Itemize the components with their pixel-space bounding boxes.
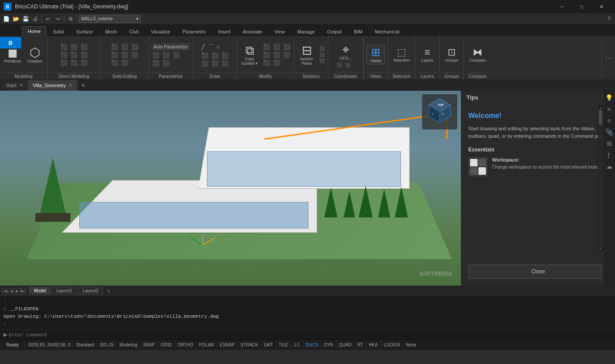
- layout-nav-last[interactable]: ▶|: [20, 288, 26, 294]
- layout-tab-layout2[interactable]: Layout2: [78, 287, 104, 294]
- modify-panel-label[interactable]: Modify: [239, 73, 292, 80]
- doc-tab-start-close[interactable]: ✕: [19, 82, 23, 88]
- cloud-icon[interactable]: ☁: [604, 161, 615, 172]
- draw-btn-9[interactable]: ⬛: [220, 60, 230, 67]
- status-esnap[interactable]: ESNAP: [217, 340, 237, 350]
- tab-parametric[interactable]: Parametric: [177, 27, 211, 36]
- layout-nav-prev[interactable]: ◀: [8, 288, 14, 294]
- redo-icon[interactable]: ↪: [53, 15, 62, 23]
- layout-nav-first[interactable]: |◀: [2, 288, 8, 294]
- draw-btn-1[interactable]: ╱: [200, 43, 206, 51]
- tips-scrollbar[interactable]: ▲ ▼: [598, 105, 603, 250]
- tab-bim[interactable]: BIM: [348, 27, 368, 36]
- status-ducs[interactable]: DUCS: [303, 340, 321, 350]
- status-iso25[interactable]: ISO-25: [97, 340, 116, 350]
- draw-btn-6[interactable]: ⬛: [220, 52, 230, 59]
- command-input[interactable]: [9, 332, 611, 338]
- scroll-thumb[interactable]: [599, 110, 602, 125]
- open-file-icon[interactable]: 📂: [11, 15, 20, 23]
- draw-btn-7[interactable]: ⬛: [200, 60, 210, 67]
- creation-button[interactable]: ⬡ Creation: [24, 45, 45, 65]
- dm-btn-2[interactable]: ⬛: [69, 43, 79, 51]
- auto-parametrize-btn[interactable]: Auto Parametrize: [151, 43, 190, 51]
- print-icon[interactable]: 🖨: [31, 15, 40, 23]
- tab-manage[interactable]: Manage: [292, 27, 321, 36]
- status-lockui[interactable]: LOCKUI: [381, 340, 403, 350]
- maximize-button[interactable]: □: [572, 0, 592, 13]
- compare-button[interactable]: ⧓ Compare: [466, 46, 489, 63]
- para-btn-5[interactable]: ⬛: [161, 59, 171, 67]
- modify-btn-7[interactable]: ⬛: [262, 59, 271, 66]
- tab-output[interactable]: Output: [321, 27, 347, 36]
- coords-btn-1[interactable]: ⬛: [335, 62, 343, 68]
- se-btn-6[interactable]: ⬛: [130, 51, 140, 59]
- sliders-icon[interactable]: ≡: [604, 104, 615, 114]
- status-scale[interactable]: 1:1: [291, 340, 303, 350]
- tab-solid[interactable]: Solid: [47, 27, 69, 36]
- tab-insert[interactable]: Insert: [212, 27, 236, 36]
- se-btn-1[interactable]: ⬛: [110, 43, 119, 51]
- function-icon[interactable]: ƒ: [604, 150, 615, 160]
- coords-btn-2[interactable]: ⬛: [344, 62, 352, 68]
- doc-tab-villa-close[interactable]: ✕: [68, 82, 73, 88]
- status-none[interactable]: None: [403, 340, 419, 350]
- status-ortho[interactable]: ORTHO: [175, 340, 196, 350]
- para-btn-3[interactable]: ⬛: [171, 51, 181, 59]
- doc-tab-add-button[interactable]: +: [78, 81, 89, 89]
- status-standard[interactable]: Standard: [74, 340, 97, 350]
- se-btn-4[interactable]: ⬛: [110, 51, 119, 59]
- draw-panel-label[interactable]: Draw: [195, 73, 235, 80]
- nav-cube[interactable]: TOP R L: [422, 94, 457, 129]
- tab-civil[interactable]: Civil: [124, 27, 144, 36]
- lightbulb-icon[interactable]: 💡: [604, 92, 615, 103]
- views-button[interactable]: ⊞ Views: [367, 45, 385, 64]
- status-tile[interactable]: TILE: [276, 340, 291, 350]
- scroll-up-arrow[interactable]: ▲: [598, 105, 603, 110]
- tab-home[interactable]: Home: [22, 26, 46, 36]
- canvas-area[interactable]: x y SOFTPEDIA TOP R L: [0, 91, 461, 286]
- modify-btn-1[interactable]: ⬛: [262, 43, 271, 51]
- layer-dropdown[interactable]: WALLS_exterior ▾: [79, 15, 141, 23]
- brics-logo[interactable]: B: [0, 37, 21, 48]
- ribbon-expand-button[interactable]: ⋯: [604, 54, 613, 63]
- layout-tab-layout1[interactable]: Layout1: [52, 287, 77, 294]
- status-strack[interactable]: STRACK: [238, 340, 261, 350]
- draw-btn-2[interactable]: ⌒: [207, 43, 215, 51]
- doc-tab-start[interactable]: Start ✕: [2, 80, 28, 91]
- dm-btn-5[interactable]: ⬛: [69, 51, 79, 59]
- settings-icon[interactable]: ⚙: [66, 15, 75, 23]
- layout-nav-next[interactable]: ▶: [14, 288, 20, 294]
- close-button[interactable]: ✕: [592, 0, 611, 13]
- se-panel-label[interactable]: Solid Editing: [102, 73, 147, 80]
- layers-strip-icon[interactable]: ≡: [604, 115, 615, 126]
- se-btn-2[interactable]: ⬛: [120, 43, 130, 51]
- tab-view[interactable]: View: [269, 27, 291, 36]
- modify-btn-4[interactable]: ⬛: [262, 51, 271, 59]
- dm-btn-8[interactable]: ⬛: [69, 59, 79, 66]
- undo-icon[interactable]: ↩: [44, 15, 52, 23]
- se-btn-8[interactable]: ⬛: [120, 59, 130, 66]
- draw-btn-8[interactable]: ⬛: [210, 60, 220, 67]
- dm-btn-4[interactable]: ⬛: [59, 51, 69, 59]
- copy-guided-button[interactable]: ⧉ CopyGuided ▾: [239, 43, 260, 67]
- modify-btn-3[interactable]: ⬛: [282, 43, 292, 51]
- modify-btn-8[interactable]: ⬛: [272, 59, 282, 66]
- sections-btn-1[interactable]: ⬛: [318, 46, 326, 51]
- groups-panel-label[interactable]: Groups: [441, 73, 462, 80]
- para-btn-4[interactable]: ⬛: [151, 59, 161, 67]
- dm-btn-6[interactable]: ⬛: [79, 51, 89, 59]
- layers-panel-label[interactable]: Layers: [417, 73, 437, 80]
- status-dyn[interactable]: DYN: [321, 340, 336, 350]
- tab-annotate[interactable]: Annotate: [237, 27, 268, 36]
- modify-btn-6[interactable]: ⬛: [282, 51, 292, 59]
- status-polar[interactable]: POLAR: [196, 340, 217, 350]
- new-file-icon[interactable]: 📄: [2, 15, 11, 23]
- tab-mechanical[interactable]: Mechanical: [369, 27, 405, 36]
- para-panel-label[interactable]: Parametrize: [151, 73, 191, 80]
- status-quad[interactable]: QUAD: [336, 340, 354, 350]
- grid-strip-icon[interactable]: ⊞: [604, 138, 615, 149]
- save-icon[interactable]: 💾: [21, 15, 30, 23]
- ucs-button[interactable]: ⌖ UCS...: [335, 42, 356, 62]
- draw-btn-3[interactable]: ○: [215, 43, 222, 51]
- layout-tab-add[interactable]: +: [104, 287, 113, 294]
